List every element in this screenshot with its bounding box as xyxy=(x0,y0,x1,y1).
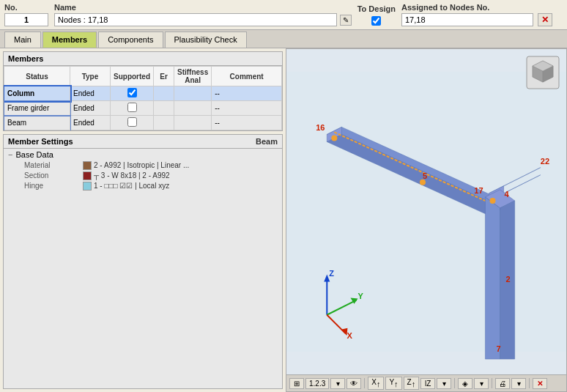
section-label: Section xyxy=(24,171,83,180)
row-type: Ended xyxy=(70,116,111,130)
vt-dropdown3-btn[interactable]: ▾ xyxy=(474,378,489,389)
settings-value: Beam xyxy=(256,137,278,146)
orientation-cube[interactable] xyxy=(525,55,560,90)
hinge-value: 1 - □□□ ☑☑ | Local xyz xyxy=(94,182,169,191)
row-anal xyxy=(174,101,212,116)
vt-separator1 xyxy=(364,378,365,388)
row-status: Frame girder xyxy=(4,101,70,116)
row-status: Column xyxy=(4,86,70,101)
vt-x-btn[interactable]: X↑ xyxy=(368,377,384,390)
tabs: Main Members Components Plausibility Che… xyxy=(0,30,567,48)
edit-button[interactable]: ✎ xyxy=(340,15,352,26)
row-supported[interactable] xyxy=(111,116,154,130)
members-table-wrap: Status Type Supported Er Stiffness Anal … xyxy=(4,66,282,130)
row-type: Ended xyxy=(70,86,111,101)
col-type: Type xyxy=(70,67,111,86)
no-group: No. 1 xyxy=(4,3,48,26)
name-input[interactable] xyxy=(54,13,337,26)
vt-y-btn[interactable]: Y↑ xyxy=(385,377,401,390)
hinge-label: Hinge xyxy=(24,182,83,191)
vt-render-btn[interactable]: ◈ xyxy=(458,378,472,389)
left-panel: Members Status Type Supported Er Stiffne… xyxy=(0,48,286,392)
base-data-item[interactable]: − Base Data xyxy=(4,149,282,160)
material-value: 2 - A992 | Isotropic | Linear ... xyxy=(94,161,189,170)
members-title: Members xyxy=(4,52,282,66)
hinge-row: Hinge 1 - □□□ ☑☑ | Local xyz xyxy=(4,181,282,191)
table-row[interactable]: Frame girder Ended -- xyxy=(4,101,282,116)
vt-layout-btn[interactable]: ⊞ xyxy=(289,378,304,389)
svg-text:22: 22 xyxy=(541,157,549,166)
table-row[interactable]: Beam Ended -- xyxy=(4,116,282,130)
row-comment: -- xyxy=(212,101,282,116)
content-area: Members Status Type Supported Er Stiffne… xyxy=(0,48,567,392)
row-stiffness xyxy=(154,101,174,116)
svg-point-13 xyxy=(489,198,495,204)
vt-print-btn[interactable]: 🖨 xyxy=(495,378,510,389)
vt-separator4 xyxy=(529,378,530,388)
material-color xyxy=(83,161,92,170)
assigned-input[interactable] xyxy=(401,13,533,26)
svg-point-11 xyxy=(331,135,337,141)
svg-text:16: 16 xyxy=(316,123,325,132)
settings-section: Member Settings Beam − Base Data Materia… xyxy=(3,134,283,389)
no-label: No. xyxy=(4,3,48,12)
row-supported[interactable] xyxy=(111,101,154,116)
settings-header: Member Settings Beam xyxy=(4,135,282,149)
col-comment: Comment xyxy=(212,67,282,86)
section-value: ┬ 3 - W 8x18 | 2 - A992 xyxy=(94,171,170,180)
col-stiffness: Stiffness Anal xyxy=(174,67,212,86)
viewport-toolbar: ⊞ 1.2.3 ▾ 👁 X↑ Y↑ Z↑ lZ ▾ ◈ ▾ 🖨 ▾ ✕ xyxy=(286,374,566,391)
assigned-label: Assigned to Nodes No. xyxy=(401,3,563,12)
vt-z-btn[interactable]: Z↑ xyxy=(404,377,420,390)
vt-close-btn[interactable]: ✕ xyxy=(533,378,547,389)
section-row: Section ┬ 3 - W 8x18 | 2 - A992 xyxy=(4,171,282,181)
row-comment: -- xyxy=(212,86,282,101)
svg-text:17: 17 xyxy=(474,186,483,195)
vt-dropdown2-btn[interactable]: ▾ xyxy=(437,378,451,389)
row-supported[interactable] xyxy=(111,86,154,101)
tab-members[interactable]: Members xyxy=(42,32,97,48)
members-table: Status Type Supported Er Stiffness Anal … xyxy=(4,66,282,130)
to-design-checkbox[interactable] xyxy=(371,16,381,26)
row-anal xyxy=(174,116,212,130)
svg-text:7: 7 xyxy=(497,344,501,353)
collapse-icon[interactable]: − xyxy=(8,150,12,159)
material-row: Material 2 - A992 | Isotropic | Linear .… xyxy=(4,160,282,171)
vt-separator3 xyxy=(492,378,492,388)
name-group: Name ✎ xyxy=(54,3,352,26)
vt-dropdown1-btn[interactable]: ▾ xyxy=(330,378,345,389)
svg-text:5: 5 xyxy=(423,171,427,180)
vt-numbering-btn[interactable]: 1.2.3 xyxy=(305,378,329,389)
clear-button[interactable]: ✕ xyxy=(538,13,552,26)
vt-lz-btn[interactable]: lZ xyxy=(420,378,435,389)
to-design-label: To Design xyxy=(357,4,396,13)
section-color xyxy=(83,171,92,180)
svg-text:X: X xyxy=(346,331,352,340)
vt-separator2 xyxy=(454,378,455,388)
svg-text:4: 4 xyxy=(505,190,510,199)
tab-main[interactable]: Main xyxy=(4,32,41,48)
tab-components[interactable]: Components xyxy=(98,32,163,48)
row-comment: -- xyxy=(212,116,282,130)
svg-text:Z: Z xyxy=(329,269,334,278)
vt-view-btn[interactable]: 👁 xyxy=(346,378,361,389)
table-row[interactable]: Column Ended -- xyxy=(4,86,282,101)
row-status: Beam xyxy=(4,116,70,130)
viewport: 16 5 22 17 4 2 7 Z Y X xyxy=(286,48,567,392)
main-container: No. 1 Name ✎ To Design Assigned to Nodes… xyxy=(0,0,567,392)
settings-title: Member Settings xyxy=(8,137,73,146)
material-label: Material xyxy=(24,161,83,170)
viewport-canvas[interactable]: 16 5 22 17 4 2 7 Z Y X xyxy=(286,49,566,374)
tab-plausibility[interactable]: Plausibility Check xyxy=(165,32,247,48)
row-stiffness xyxy=(154,116,174,130)
top-bar: No. 1 Name ✎ To Design Assigned to Nodes… xyxy=(0,0,567,30)
assigned-group: Assigned to Nodes No. ✕ xyxy=(401,3,563,26)
col-er: Er xyxy=(154,67,174,86)
name-label: Name xyxy=(54,3,352,12)
vt-dropdown4-btn[interactable]: ▾ xyxy=(511,378,526,389)
row-anal xyxy=(174,86,212,101)
members-section: Members Status Type Supported Er Stiffne… xyxy=(3,51,283,131)
svg-marker-9 xyxy=(485,197,500,359)
hinge-color xyxy=(83,182,92,191)
svg-rect-0 xyxy=(286,72,566,352)
